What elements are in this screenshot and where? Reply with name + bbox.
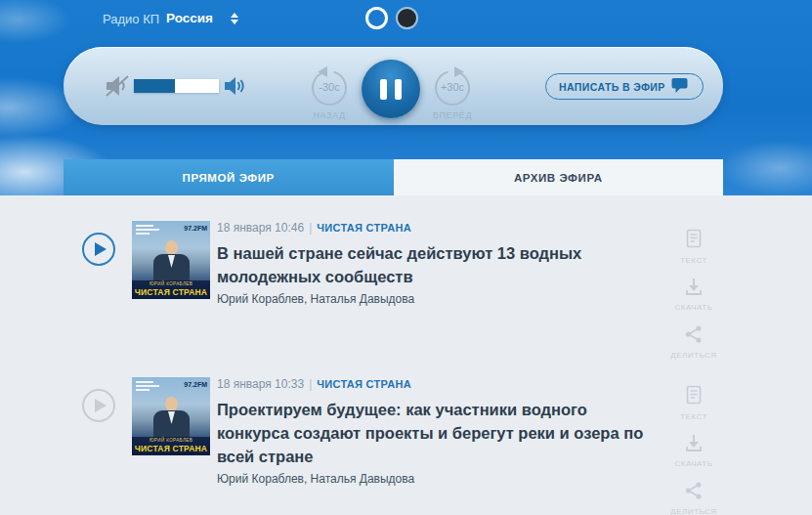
episode-title[interactable]: В нашей стране сейчас действуют 13 водны… xyxy=(217,241,657,288)
mute-icon[interactable] xyxy=(105,74,130,98)
episode-body: 18 января 10:46|ЧИСТАЯ СТРАНА В нашей ст… xyxy=(217,221,657,306)
share-action[interactable]: ДЕЛИТЬСЯ xyxy=(669,481,718,515)
share-icon xyxy=(684,324,704,348)
episode-thumbnail[interactable]: 97.2FM ЮРИЙ КОРАБЛЕВ ЧИСТАЯ СТРАНА xyxy=(132,377,210,455)
tab-archive[interactable]: АРХИВ ЭФИРА xyxy=(394,159,724,195)
text-action[interactable]: ТЕКСТ xyxy=(669,229,718,265)
volume-fill xyxy=(134,79,175,93)
episode-actions: ТЕКСТ СКАЧАТЬ xyxy=(669,229,718,360)
thumb-host-name: ЮРИЙ КОРАБЛЕВ xyxy=(132,438,210,443)
episode-date: 18 января 10:46 xyxy=(217,221,304,235)
download-action[interactable]: СКАЧАТЬ xyxy=(669,278,718,312)
fm-frequency: 97.2FM xyxy=(184,225,207,232)
brand-link[interactable]: Радио КП xyxy=(103,12,159,26)
region-dropdown-icon[interactable] xyxy=(231,13,239,24)
episode-meta: 18 января 10:46|ЧИСТАЯ СТРАНА xyxy=(217,221,657,235)
episode-body: 18 января 10:33|ЧИСТАЯ СТРАНА Проектируе… xyxy=(217,377,657,486)
document-icon xyxy=(684,385,704,409)
station-dot-light[interactable] xyxy=(365,7,388,29)
thumb-caption: ЧИСТАЯ СТРАНА xyxy=(132,444,210,453)
region-selector[interactable]: Россия xyxy=(166,11,213,25)
write-to-air-button[interactable]: НАПИСАТЬ В ЭФИР xyxy=(545,73,704,100)
player-bar: -30с НАЗАД +30с ВПЕРЁД НАПИСАТЬ В ЭФИР xyxy=(64,47,723,125)
play-button[interactable] xyxy=(82,233,115,266)
station-logo xyxy=(136,225,159,236)
episode-row: 97.2FM ЮРИЙ КОРАБЛЕВ ЧИСТАЯ СТРАНА 18 ян… xyxy=(0,221,812,348)
skip-back-button[interactable]: -30с НАЗАД xyxy=(308,64,351,121)
download-icon xyxy=(684,434,704,456)
radio-kp-page: Радио КП Россия xyxy=(0,0,812,515)
download-action[interactable]: СКАЧАТЬ xyxy=(669,434,718,468)
station-dot-dark[interactable] xyxy=(396,7,418,29)
episode-authors: Юрий Кораблев, Наталья Давыдова xyxy=(217,472,657,486)
share-icon xyxy=(684,481,704,504)
fm-frequency: 97.2FM xyxy=(184,381,207,388)
episode-meta: 18 января 10:33|ЧИСТАЯ СТРАНА xyxy=(217,377,657,391)
tab-bar: ПРЯМОЙ ЭФИР АРХИВ ЭФИРА xyxy=(64,159,723,195)
play-button[interactable] xyxy=(82,389,115,422)
thumb-host-name: ЮРИЙ КОРАБЛЕВ xyxy=(132,281,210,286)
episode-title[interactable]: Проектируем будущее: как участники водно… xyxy=(217,398,657,468)
top-bar: Радио КП Россия xyxy=(0,0,812,37)
episode-thumbnail[interactable]: 97.2FM ЮРИЙ КОРАБЛЕВ ЧИСТАЯ СТРАНА xyxy=(132,221,210,299)
download-icon xyxy=(684,278,704,300)
text-action[interactable]: ТЕКСТ xyxy=(669,385,718,421)
write-to-air-label: НАПИСАТЬ В ЭФИР xyxy=(559,81,665,93)
episode-actions: ТЕКСТ СКАЧАТЬ xyxy=(669,385,718,515)
skip-back-seconds: -30с xyxy=(308,81,351,93)
share-action[interactable]: ДЕЛИТЬСЯ xyxy=(669,324,718,360)
skip-back-label: НАЗАД xyxy=(298,110,361,120)
tab-live[interactable]: ПРЯМОЙ ЭФИР xyxy=(64,159,394,195)
volume-slider[interactable] xyxy=(134,79,219,93)
episode-authors: Юрий Кораблев, Наталья Давыдова xyxy=(217,292,657,306)
skip-forward-button[interactable]: +30с ВПЕРЁД xyxy=(431,64,474,121)
document-icon xyxy=(684,229,704,253)
volume-up-icon[interactable] xyxy=(224,75,245,97)
episode-date: 18 января 10:33 xyxy=(217,377,304,391)
chat-icon xyxy=(671,77,690,96)
skip-forward-seconds: +30с xyxy=(431,81,474,93)
episode-row: 97.2FM ЮРИЙ КОРАБЛЕВ ЧИСТАЯ СТРАНА 18 ян… xyxy=(0,377,812,504)
episode-category-link[interactable]: ЧИСТАЯ СТРАНА xyxy=(317,222,411,234)
episode-category-link[interactable]: ЧИСТАЯ СТРАНА xyxy=(317,378,411,390)
archive-list: 97.2FM ЮРИЙ КОРАБЛЕВ ЧИСТАЯ СТРАНА 18 ян… xyxy=(0,195,812,515)
thumb-caption: ЧИСТАЯ СТРАНА xyxy=(132,287,210,297)
skip-forward-label: ВПЕРЁД xyxy=(421,110,484,120)
station-logo xyxy=(136,381,159,393)
pause-button[interactable] xyxy=(362,60,420,118)
